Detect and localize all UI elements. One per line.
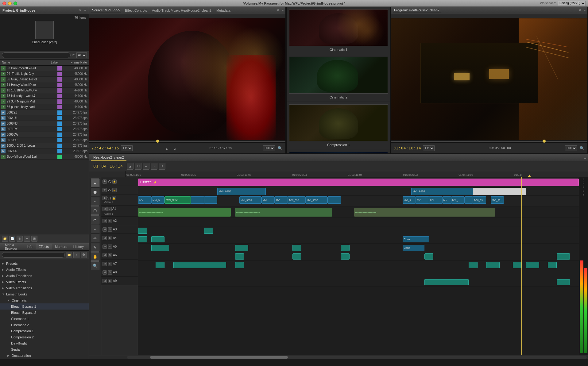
clip-a5a[interactable] <box>151 245 169 251</box>
track-mute-a1[interactable]: M <box>103 207 107 211</box>
track-a9-row[interactable] <box>138 278 579 287</box>
clip-mvi9955-v1c[interactable]: MVI_9955 <box>164 196 191 204</box>
audio-clip-a1c[interactable]: ~~~~~~~~~~~~~~~~~ <box>354 208 495 217</box>
thumb-compression1[interactable]: Compression 1 <box>287 102 390 149</box>
track-a3-row[interactable] <box>138 226 579 235</box>
track-a6-row[interactable] <box>138 252 579 261</box>
maximize-button[interactable] <box>14 2 17 5</box>
tool-select[interactable]: ▲ <box>91 179 99 187</box>
lumetri-clip[interactable]: LUMETRI ⚡ <box>138 179 579 186</box>
clip-mvi99s-v1s[interactable]: MVI_99 <box>491 196 504 204</box>
track-a8-row[interactable] <box>138 269 579 278</box>
track-a7-row[interactable] <box>138 261 579 269</box>
tab-media-browser[interactable]: Media Browser <box>2 244 24 250</box>
clip-a6b[interactable] <box>292 253 301 260</box>
clip-mvi9-v1l[interactable]: MVI_9 <box>403 196 416 204</box>
list-item[interactable]: ▶ 1080p_2.00-1_Letter 23.976 fps <box>0 143 89 148</box>
timeline-tracks-content[interactable]: LUMETRI ⚡ MVI_9953 MVI_9952 MV MVI_9 <box>138 177 579 355</box>
clip-mvi-v1p[interactable]: MVI_ <box>451 196 464 204</box>
tl-btn-ripple[interactable]: ✂ <box>135 163 141 170</box>
clip-a3b[interactable] <box>204 228 213 234</box>
program-scrubber[interactable] <box>391 140 587 142</box>
tree-video-effects[interactable]: ▶ Video Effects <box>0 279 89 285</box>
clip-mvi9953-v2a[interactable]: MVI_9953 <box>217 188 266 195</box>
track-eye-v1[interactable]: 👁 <box>103 196 107 200</box>
track-v1-row[interactable]: MV MVI_9 MVI_9955 MVI_9955 MVI MV MVI_99… <box>138 196 579 207</box>
track-solo-a2[interactable]: S <box>108 219 112 223</box>
program-fit-select[interactable]: Fit <box>423 145 435 151</box>
tab-markers[interactable]: Markers <box>52 244 70 250</box>
track-solo-a5[interactable]: S <box>108 245 112 249</box>
timeline-options[interactable]: ≡ <box>584 156 586 160</box>
clip-a4a[interactable] <box>138 236 147 242</box>
list-item[interactable]: ♪ 56 punch, body hard, 44100 Hz <box>0 104 89 110</box>
clip-a7a[interactable] <box>156 262 164 268</box>
list-item[interactable]: ▶ 0062EJ 23.976 fps <box>0 110 89 115</box>
track-solo-a6[interactable]: S <box>108 253 112 257</box>
clip-mv-v1n[interactable]: MV <box>429 196 442 204</box>
project-close[interactable]: ✕ <box>79 9 81 12</box>
clip-a5b[interactable] <box>235 245 248 251</box>
track-a2-row[interactable] <box>138 218 579 226</box>
clip-a7d[interactable] <box>469 262 478 268</box>
program-scrubber-head[interactable] <box>543 140 546 143</box>
clip-mvi99-v1r[interactable]: MVI_99 <box>473 196 486 204</box>
clip-v1d[interactable] <box>191 196 204 204</box>
tool-ripple[interactable]: ⬢ <box>91 188 99 196</box>
clip-a6c[interactable] <box>341 253 350 260</box>
list-item[interactable]: ▶ 006926 23.976 fps <box>0 148 89 154</box>
track-mute-a6[interactable]: M <box>103 253 107 257</box>
clip-a7g[interactable] <box>526 262 539 268</box>
track-lock-v1[interactable]: 🔒 <box>112 196 116 200</box>
clip-a6e[interactable] <box>557 253 570 260</box>
delete-button[interactable]: 🗑 <box>17 236 23 242</box>
track-v3-row[interactable]: LUMETRI ⚡ <box>138 177 579 187</box>
track-lock-v2[interactable]: 🔒 <box>112 188 117 192</box>
clip-v1k[interactable] <box>327 196 341 204</box>
program-options[interactable]: ≡ <box>584 9 586 12</box>
tree-lumetri-looks[interactable]: ▼ Lumetri Looks <box>0 291 89 297</box>
scroll-thumb[interactable] <box>150 356 288 359</box>
tool-pen[interactable]: ✎ <box>91 243 99 252</box>
tab-info[interactable]: Info <box>24 244 35 250</box>
clip-mv-v1o[interactable]: Mv <box>442 196 451 204</box>
list-item[interactable]: ♪ 29 357 Magnum Pist 48000 Hz <box>0 99 89 104</box>
source-scrubber[interactable] <box>89 140 285 142</box>
audio-clip-a1b[interactable]: ~~~~~~~~~~~~~~~~~~~ <box>235 208 332 217</box>
program-scrubber-track[interactable] <box>391 141 587 142</box>
source-monitor-menu[interactable]: ✕ <box>277 8 279 12</box>
tree-day4night[interactable]: Day4Night <box>0 340 89 346</box>
tree-audio-effects[interactable]: ▶ Audio Effects <box>0 267 89 273</box>
list-item[interactable]: ♪ Bodyfall on Wood 1.ai 48000 Hz <box>0 154 89 160</box>
tree-bleach-bypass-2[interactable]: Bleach Bypass 2 <box>0 310 89 316</box>
list-item[interactable]: ▶ 0064UL 23.976 fps <box>0 115 89 121</box>
track-a5-row[interactable]: Cons <box>138 244 579 252</box>
tab-effects[interactable]: Effects <box>36 244 52 250</box>
scrubber-track[interactable] <box>89 141 285 142</box>
track-mute-a2[interactable]: M <box>103 219 107 223</box>
program-video[interactable] <box>391 18 587 140</box>
clip-mvi995-v1i[interactable]: MVI_995 <box>288 196 305 204</box>
clip-a3a[interactable] <box>138 228 147 234</box>
clip-v1q[interactable] <box>464 196 473 204</box>
minimize-button[interactable] <box>8 2 12 5</box>
source-monitor-options[interactable]: ≡ <box>282 9 284 12</box>
track-eye-v2[interactable]: 👁 <box>103 188 107 192</box>
thumb-cinematic2[interactable]: Cinematic 2 <box>287 54 390 102</box>
mark-in-button[interactable]: ⌞ <box>164 145 170 151</box>
track-lock-v3[interactable]: 🔒 <box>112 179 117 184</box>
tool-roll[interactable]: ↔ <box>91 197 99 206</box>
track-mute-a7[interactable]: M <box>103 262 107 266</box>
list-item[interactable]: ♪ 03 Dan Rockett – Put 48000 Hz <box>0 66 89 71</box>
track-solo-a4[interactable]: S <box>108 236 112 240</box>
timeline-tab[interactable]: HeatHouse2_clean2 <box>91 154 126 161</box>
track-mute-a4[interactable]: M <box>103 236 107 240</box>
source-tab-active[interactable]: Source: MVI_9955 <box>91 8 121 12</box>
clip-mvi9-v1b[interactable]: MVI_9 <box>151 196 164 204</box>
new-item-button[interactable]: 📄 <box>9 236 15 242</box>
tool-hand[interactable]: ✋ <box>91 252 99 261</box>
scrubber-head[interactable] <box>156 140 159 143</box>
list-item[interactable]: ♪ 18 135 BPM DEMO.w 44100 Hz <box>0 88 89 93</box>
tool-razor[interactable]: ✂ <box>91 215 99 224</box>
track-solo-a1[interactable]: S <box>107 207 112 211</box>
